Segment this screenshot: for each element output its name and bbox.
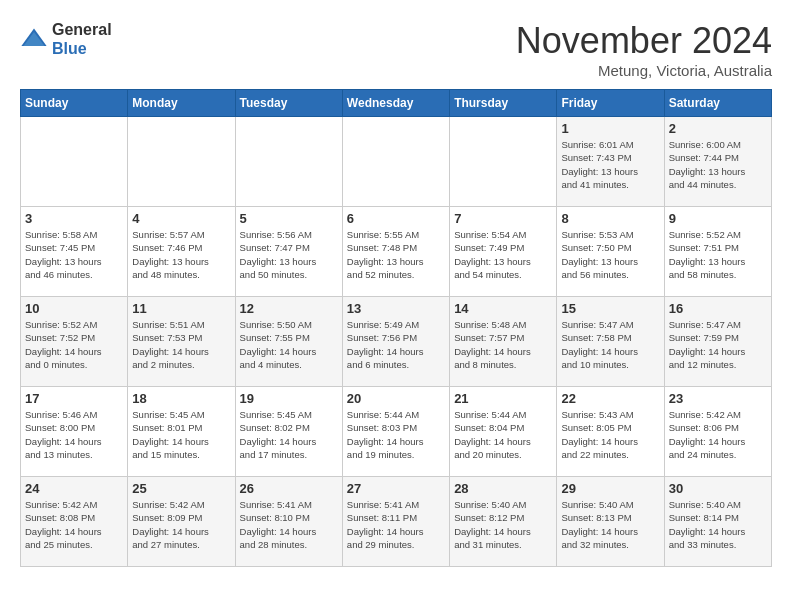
calendar-week: 17Sunrise: 5:46 AM Sunset: 8:00 PM Dayli…	[21, 387, 772, 477]
day-info: Sunrise: 5:41 AM Sunset: 8:10 PM Dayligh…	[240, 498, 338, 551]
calendar-cell	[128, 117, 235, 207]
logo-text: General Blue	[52, 20, 112, 58]
day-number: 30	[669, 481, 767, 496]
day-number: 20	[347, 391, 445, 406]
day-info: Sunrise: 5:43 AM Sunset: 8:05 PM Dayligh…	[561, 408, 659, 461]
day-info: Sunrise: 5:40 AM Sunset: 8:12 PM Dayligh…	[454, 498, 552, 551]
day-of-week-header: Sunday	[21, 90, 128, 117]
logo: General Blue	[20, 20, 112, 58]
day-info: Sunrise: 5:52 AM Sunset: 7:52 PM Dayligh…	[25, 318, 123, 371]
day-info: Sunrise: 5:58 AM Sunset: 7:45 PM Dayligh…	[25, 228, 123, 281]
calendar-cell: 11Sunrise: 5:51 AM Sunset: 7:53 PM Dayli…	[128, 297, 235, 387]
day-number: 16	[669, 301, 767, 316]
day-number: 5	[240, 211, 338, 226]
day-number: 24	[25, 481, 123, 496]
day-info: Sunrise: 5:42 AM Sunset: 8:06 PM Dayligh…	[669, 408, 767, 461]
month-title: November 2024	[516, 20, 772, 62]
calendar-cell: 30Sunrise: 5:40 AM Sunset: 8:14 PM Dayli…	[664, 477, 771, 567]
calendar-cell	[450, 117, 557, 207]
day-info: Sunrise: 5:53 AM Sunset: 7:50 PM Dayligh…	[561, 228, 659, 281]
day-number: 14	[454, 301, 552, 316]
day-info: Sunrise: 5:42 AM Sunset: 8:08 PM Dayligh…	[25, 498, 123, 551]
calendar-cell: 27Sunrise: 5:41 AM Sunset: 8:11 PM Dayli…	[342, 477, 449, 567]
day-info: Sunrise: 5:48 AM Sunset: 7:57 PM Dayligh…	[454, 318, 552, 371]
day-number: 15	[561, 301, 659, 316]
calendar-cell: 5Sunrise: 5:56 AM Sunset: 7:47 PM Daylig…	[235, 207, 342, 297]
day-info: Sunrise: 5:51 AM Sunset: 7:53 PM Dayligh…	[132, 318, 230, 371]
day-number: 21	[454, 391, 552, 406]
logo-icon	[20, 25, 48, 53]
day-info: Sunrise: 5:40 AM Sunset: 8:14 PM Dayligh…	[669, 498, 767, 551]
day-number: 8	[561, 211, 659, 226]
day-number: 1	[561, 121, 659, 136]
day-info: Sunrise: 5:49 AM Sunset: 7:56 PM Dayligh…	[347, 318, 445, 371]
calendar-week: 1Sunrise: 6:01 AM Sunset: 7:43 PM Daylig…	[21, 117, 772, 207]
calendar-cell: 8Sunrise: 5:53 AM Sunset: 7:50 PM Daylig…	[557, 207, 664, 297]
day-number: 3	[25, 211, 123, 226]
day-info: Sunrise: 5:46 AM Sunset: 8:00 PM Dayligh…	[25, 408, 123, 461]
day-info: Sunrise: 6:00 AM Sunset: 7:44 PM Dayligh…	[669, 138, 767, 191]
day-number: 19	[240, 391, 338, 406]
day-info: Sunrise: 5:55 AM Sunset: 7:48 PM Dayligh…	[347, 228, 445, 281]
calendar-cell: 14Sunrise: 5:48 AM Sunset: 7:57 PM Dayli…	[450, 297, 557, 387]
calendar-cell: 26Sunrise: 5:41 AM Sunset: 8:10 PM Dayli…	[235, 477, 342, 567]
calendar-cell: 24Sunrise: 5:42 AM Sunset: 8:08 PM Dayli…	[21, 477, 128, 567]
day-number: 4	[132, 211, 230, 226]
calendar-cell: 29Sunrise: 5:40 AM Sunset: 8:13 PM Dayli…	[557, 477, 664, 567]
location: Metung, Victoria, Australia	[516, 62, 772, 79]
calendar-cell: 2Sunrise: 6:00 AM Sunset: 7:44 PM Daylig…	[664, 117, 771, 207]
calendar-cell: 25Sunrise: 5:42 AM Sunset: 8:09 PM Dayli…	[128, 477, 235, 567]
calendar-cell: 6Sunrise: 5:55 AM Sunset: 7:48 PM Daylig…	[342, 207, 449, 297]
calendar-week: 24Sunrise: 5:42 AM Sunset: 8:08 PM Dayli…	[21, 477, 772, 567]
logo-blue: Blue	[52, 39, 112, 58]
day-info: Sunrise: 5:44 AM Sunset: 8:03 PM Dayligh…	[347, 408, 445, 461]
day-number: 7	[454, 211, 552, 226]
day-info: Sunrise: 6:01 AM Sunset: 7:43 PM Dayligh…	[561, 138, 659, 191]
calendar-cell: 23Sunrise: 5:42 AM Sunset: 8:06 PM Dayli…	[664, 387, 771, 477]
day-number: 23	[669, 391, 767, 406]
day-number: 26	[240, 481, 338, 496]
page-header: General Blue November 2024 Metung, Victo…	[20, 20, 772, 79]
logo-general: General	[52, 20, 112, 39]
day-of-week-header: Wednesday	[342, 90, 449, 117]
day-number: 6	[347, 211, 445, 226]
day-info: Sunrise: 5:50 AM Sunset: 7:55 PM Dayligh…	[240, 318, 338, 371]
calendar-cell: 13Sunrise: 5:49 AM Sunset: 7:56 PM Dayli…	[342, 297, 449, 387]
day-info: Sunrise: 5:56 AM Sunset: 7:47 PM Dayligh…	[240, 228, 338, 281]
calendar-cell: 18Sunrise: 5:45 AM Sunset: 8:01 PM Dayli…	[128, 387, 235, 477]
day-info: Sunrise: 5:45 AM Sunset: 8:01 PM Dayligh…	[132, 408, 230, 461]
day-number: 25	[132, 481, 230, 496]
day-number: 12	[240, 301, 338, 316]
calendar-cell: 16Sunrise: 5:47 AM Sunset: 7:59 PM Dayli…	[664, 297, 771, 387]
day-info: Sunrise: 5:40 AM Sunset: 8:13 PM Dayligh…	[561, 498, 659, 551]
day-info: Sunrise: 5:42 AM Sunset: 8:09 PM Dayligh…	[132, 498, 230, 551]
title-block: November 2024 Metung, Victoria, Australi…	[516, 20, 772, 79]
calendar-cell: 21Sunrise: 5:44 AM Sunset: 8:04 PM Dayli…	[450, 387, 557, 477]
day-number: 29	[561, 481, 659, 496]
day-number: 9	[669, 211, 767, 226]
day-info: Sunrise: 5:57 AM Sunset: 7:46 PM Dayligh…	[132, 228, 230, 281]
calendar-cell: 22Sunrise: 5:43 AM Sunset: 8:05 PM Dayli…	[557, 387, 664, 477]
calendar-week: 10Sunrise: 5:52 AM Sunset: 7:52 PM Dayli…	[21, 297, 772, 387]
calendar-cell: 9Sunrise: 5:52 AM Sunset: 7:51 PM Daylig…	[664, 207, 771, 297]
day-of-week-header: Saturday	[664, 90, 771, 117]
day-number: 27	[347, 481, 445, 496]
day-number: 13	[347, 301, 445, 316]
calendar-body: 1Sunrise: 6:01 AM Sunset: 7:43 PM Daylig…	[21, 117, 772, 567]
day-number: 18	[132, 391, 230, 406]
day-info: Sunrise: 5:44 AM Sunset: 8:04 PM Dayligh…	[454, 408, 552, 461]
day-info: Sunrise: 5:52 AM Sunset: 7:51 PM Dayligh…	[669, 228, 767, 281]
calendar-table: SundayMondayTuesdayWednesdayThursdayFrid…	[20, 89, 772, 567]
day-of-week-header: Friday	[557, 90, 664, 117]
calendar-cell	[21, 117, 128, 207]
calendar-cell: 17Sunrise: 5:46 AM Sunset: 8:00 PM Dayli…	[21, 387, 128, 477]
day-number: 28	[454, 481, 552, 496]
day-info: Sunrise: 5:54 AM Sunset: 7:49 PM Dayligh…	[454, 228, 552, 281]
calendar-cell: 20Sunrise: 5:44 AM Sunset: 8:03 PM Dayli…	[342, 387, 449, 477]
day-number: 10	[25, 301, 123, 316]
calendar-cell: 15Sunrise: 5:47 AM Sunset: 7:58 PM Dayli…	[557, 297, 664, 387]
calendar-cell: 28Sunrise: 5:40 AM Sunset: 8:12 PM Dayli…	[450, 477, 557, 567]
calendar-header: SundayMondayTuesdayWednesdayThursdayFrid…	[21, 90, 772, 117]
day-number: 17	[25, 391, 123, 406]
day-number: 11	[132, 301, 230, 316]
